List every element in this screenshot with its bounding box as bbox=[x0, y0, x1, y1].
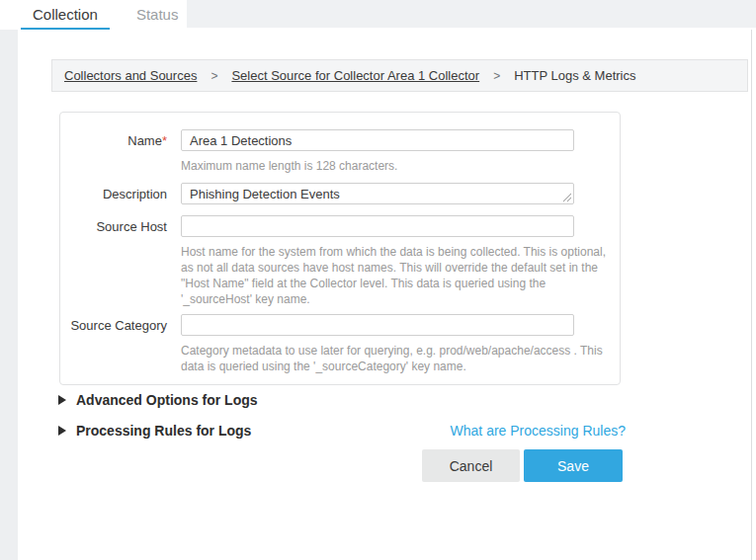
source-host-helper: Host name for the system from which the … bbox=[181, 244, 620, 307]
name-row: Name* Maximum name length is 128 charact… bbox=[60, 129, 620, 183]
processing-rules-label: Processing Rules for Logs bbox=[76, 423, 251, 439]
source-host-row: Source Host Host name for the system fro… bbox=[60, 215, 620, 314]
source-category-helper: Category metadata to use later for query… bbox=[181, 343, 620, 374]
source-category-label: Source Category bbox=[60, 314, 167, 374]
name-label-text: Name bbox=[127, 133, 162, 148]
form-actions: Cancel Save bbox=[422, 449, 623, 482]
source-host-label: Source Host bbox=[60, 215, 167, 314]
name-helper: Maximum name length is 128 characters. bbox=[181, 158, 620, 174]
source-form-panel: Name* Maximum name length is 128 charact… bbox=[59, 112, 621, 385]
tab-bar: Collection Status bbox=[21, 0, 190, 32]
breadcrumb: Collectors and Sources > Select Source f… bbox=[51, 59, 748, 92]
processing-rules-row: Processing Rules for Logs What are Proce… bbox=[58, 423, 626, 439]
source-category-input[interactable] bbox=[181, 314, 574, 336]
required-asterisk: * bbox=[162, 133, 167, 148]
section-advanced-options[interactable]: Advanced Options for Logs bbox=[58, 392, 258, 408]
breadcrumb-separator: > bbox=[493, 69, 500, 83]
section-processing-rules[interactable]: Processing Rules for Logs bbox=[58, 423, 251, 439]
cancel-button[interactable]: Cancel bbox=[422, 449, 520, 482]
source-config-page: Collection Status Collectors and Sources… bbox=[0, 0, 756, 560]
breadcrumb-link-select-source[interactable]: Select Source for Collector Area 1 Colle… bbox=[231, 68, 479, 83]
left-gutter bbox=[0, 30, 18, 560]
description-row: Description Phishing Detection Events bbox=[60, 183, 620, 204]
breadcrumb-link-collectors[interactable]: Collectors and Sources bbox=[64, 68, 197, 83]
processing-rules-help-link[interactable]: What are Processing Rules? bbox=[451, 423, 626, 439]
triangle-right-icon bbox=[58, 426, 66, 436]
source-host-input[interactable] bbox=[181, 215, 574, 237]
name-input[interactable] bbox=[181, 129, 574, 151]
tab-collection[interactable]: Collection bbox=[21, 0, 110, 32]
advanced-options-label: Advanced Options for Logs bbox=[76, 392, 258, 408]
name-label: Name* bbox=[60, 129, 167, 183]
tab-status[interactable]: Status bbox=[125, 0, 191, 32]
description-label: Description bbox=[60, 183, 167, 204]
source-category-row: Source Category Category metadata to use… bbox=[60, 314, 620, 374]
triangle-right-icon bbox=[58, 395, 66, 405]
breadcrumb-current: HTTP Logs & Metrics bbox=[514, 68, 635, 83]
header-background bbox=[187, 0, 756, 28]
save-button[interactable]: Save bbox=[524, 449, 623, 482]
breadcrumb-separator: > bbox=[210, 69, 217, 83]
description-textarea[interactable]: Phishing Detection Events bbox=[181, 183, 574, 204]
